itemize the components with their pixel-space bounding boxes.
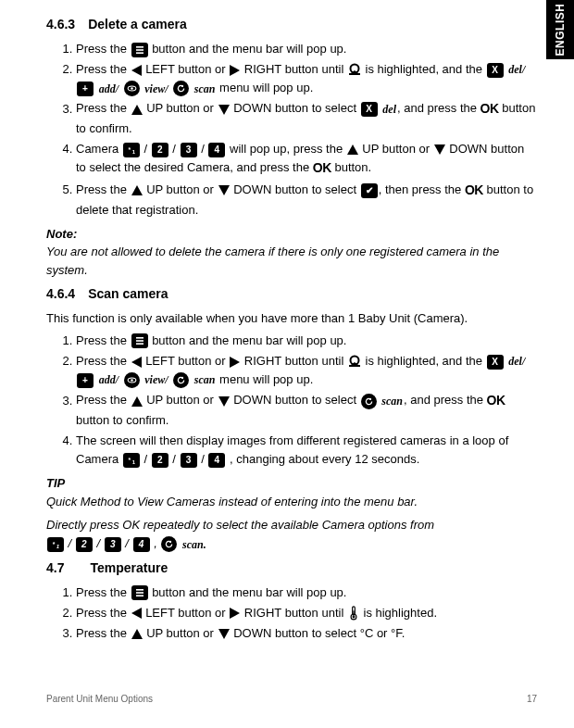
list-item: Press the LEFT button or RIGHT button un… [76, 604, 537, 622]
list-item: Press the UP button or DOWN button to se… [76, 99, 537, 138]
list-item: Press the LEFT button or RIGHT button un… [76, 352, 537, 389]
n3-icon: 3 [181, 143, 197, 157]
list-item: Press the UP button or DOWN button to se… [76, 624, 537, 643]
menu-icon [131, 333, 148, 348]
svg-rect-21 [136, 592, 144, 594]
n2-icon: 2 [76, 537, 93, 552]
svg-rect-11 [136, 344, 144, 345]
svg-rect-1 [136, 49, 144, 51]
scan-icon [173, 81, 189, 96]
svg-point-6 [131, 88, 133, 91]
svg-text:*: * [128, 146, 131, 153]
up-icon [131, 396, 143, 407]
list-item: The screen will then display images from… [76, 432, 537, 469]
camera-icon [347, 63, 362, 78]
up-icon [131, 629, 143, 639]
svg-rect-20 [136, 589, 144, 591]
plus-icon: + [77, 373, 94, 388]
check-icon: ✔ [361, 183, 378, 198]
svg-point-25 [352, 616, 355, 619]
ok-icon: OK [313, 160, 331, 175]
tip-heading: TIP [46, 474, 537, 493]
ok-icon: OK [480, 101, 499, 116]
svg-text:*: * [53, 540, 56, 546]
up-icon [347, 144, 358, 155]
n3-icon: 3 [105, 537, 121, 552]
down-icon [218, 396, 230, 407]
steps-463: Press the button and the menu bar will p… [46, 40, 537, 220]
x-icon: X [361, 102, 378, 117]
list-item: Press the UP button or DOWN button to se… [76, 391, 537, 430]
camera-icon [347, 355, 362, 370]
left-icon [131, 608, 142, 619]
intro-464: This function is only available when you… [46, 309, 537, 328]
eye-icon [124, 372, 140, 388]
x-icon: X [487, 355, 504, 370]
page-footer: Parent Unit Menu Options 17 [46, 692, 537, 706]
footer-title: Parent Unit Menu Options [46, 692, 153, 706]
plus-icon: + [77, 82, 94, 96]
heading-463: 4.6.3Delete a camera [46, 15, 537, 34]
svg-point-15 [131, 379, 133, 382]
list-item: Press the LEFT button or RIGHT button un… [76, 60, 537, 97]
tip-text: Quick Method to View Cameras instead of … [46, 493, 537, 511]
x-icon: X [487, 63, 504, 78]
up-icon [131, 105, 143, 115]
svg-rect-4 [349, 73, 360, 75]
left-icon [131, 357, 142, 368]
svg-rect-22 [136, 595, 144, 596]
n4-icon: 4 [208, 453, 225, 468]
svg-rect-9 [136, 337, 144, 339]
tip-text2: Directly press OK repeatedly to select t… [46, 516, 537, 552]
heading-464: 4.6.4Scan camera [46, 284, 537, 304]
list-item: Camera *1 / 2 / 3 / 4 will pop up, press… [76, 140, 537, 179]
svg-rect-10 [136, 341, 144, 343]
up-icon [131, 185, 143, 195]
footer-page: 17 [527, 692, 537, 706]
ok-icon: OK [487, 393, 505, 408]
svg-text:1: 1 [132, 149, 136, 155]
note-heading: Note: [46, 225, 537, 244]
svg-rect-13 [349, 365, 360, 367]
steps-464: Press the button and the menu bar will p… [46, 332, 537, 470]
n4-icon: 4 [133, 537, 150, 552]
n2-icon: 2 [152, 143, 168, 157]
steps-47: Press the button and the menu bar will p… [46, 584, 537, 643]
scan-icon [173, 372, 189, 388]
list-item: Press the button and the menu bar will p… [76, 584, 537, 602]
menu-icon [131, 43, 148, 57]
n1-icon: *1 [123, 453, 140, 468]
down-icon [434, 144, 445, 155]
svg-text:1: 1 [132, 459, 136, 465]
svg-rect-2 [136, 52, 144, 54]
eye-icon [124, 81, 140, 96]
n1-icon: *1 [123, 143, 140, 157]
svg-rect-0 [136, 46, 144, 48]
list-item: Press the UP button or DOWN button to se… [76, 181, 537, 220]
list-item: Press the button and the menu bar will p… [76, 40, 537, 58]
heading-47: 4.7Temperature [46, 559, 537, 578]
menu-icon [131, 585, 148, 600]
svg-text:*: * [128, 457, 131, 463]
thermometer-icon [347, 606, 360, 621]
down-icon [218, 105, 230, 115]
scan-icon [361, 394, 377, 409]
ok-icon: OK [465, 182, 483, 197]
note-text: You are not allowed to delete the camera… [46, 243, 537, 279]
svg-text:1: 1 [56, 544, 60, 549]
list-item: Press the button and the menu bar will p… [76, 332, 537, 350]
right-icon [230, 357, 240, 368]
svg-rect-26 [353, 611, 354, 616]
n1-icon: *1 [47, 537, 64, 552]
scan-icon [161, 536, 177, 552]
right-icon [230, 608, 240, 619]
left-icon [131, 65, 142, 76]
down-icon [218, 185, 230, 195]
right-icon [230, 65, 240, 76]
down-icon [218, 629, 230, 639]
n3-icon: 3 [181, 453, 197, 468]
n4-icon: 4 [208, 143, 225, 157]
n2-icon: 2 [152, 453, 168, 468]
